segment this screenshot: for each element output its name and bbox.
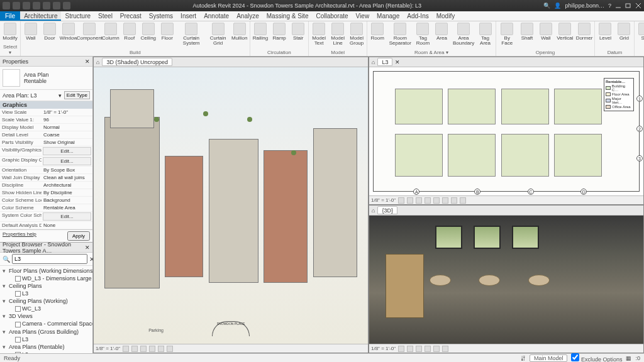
detail-level-icon[interactable] [398, 346, 404, 352]
ribbon-room-separator-button[interactable]: Room Separator [389, 23, 411, 46]
home-icon[interactable]: ⌂ [372, 207, 375, 214]
minimize-icon[interactable] [615, 3, 621, 9]
ribbon-wall-button[interactable]: Wall [538, 23, 553, 41]
search-icon[interactable]: 🔍 [3, 256, 10, 263]
tree-leaf[interactable]: L3 [1, 290, 91, 297]
ribbon-room-button[interactable]: Room [370, 23, 385, 41]
property-row[interactable]: Scale Value 1:96 [0, 116, 92, 124]
ribbon-wall-button[interactable]: Wall [23, 23, 38, 41]
ribbon-tab-precast[interactable]: Precast [116, 11, 145, 21]
ribbon-column-button[interactable]: Column [103, 23, 118, 41]
ribbon-tab-modify[interactable]: Modify [433, 11, 458, 21]
ribbon-door-button[interactable]: Door [42, 23, 57, 41]
property-row[interactable]: System Color Sch...Edit... [0, 212, 92, 222]
property-value[interactable]: 1/8" = 1'-0" [42, 109, 92, 116]
ribbon-model-text-button[interactable]: Model Text [311, 23, 326, 46]
property-row[interactable]: Graphic Display O...Edit... [0, 156, 92, 167]
scale-label[interactable]: 1/8" = 1'-0" [371, 197, 396, 203]
ribbon-tab-structure[interactable]: Structure [61, 11, 94, 21]
ribbon-window-button[interactable]: Window [61, 23, 76, 41]
ribbon-ceiling-button[interactable]: Ceiling [141, 23, 156, 41]
apply-button[interactable]: Apply [67, 231, 90, 241]
browser-tree[interactable]: ▾Floor Plans (Working Dimensions)WD_L3 -… [0, 266, 92, 353]
edit-type-button[interactable]: Edit Type [64, 91, 90, 99]
lock-icon[interactable] [451, 197, 457, 204]
properties-help-link[interactable]: Properties help [3, 231, 36, 241]
crop-icon[interactable] [167, 346, 173, 352]
redo-icon[interactable] [43, 2, 50, 9]
view-tab-3d[interactable]: {3D} [377, 206, 397, 214]
ribbon-set-button[interactable]: Set [637, 23, 644, 41]
ribbon-area-boundary-button[interactable]: Area Boundary [453, 23, 474, 46]
property-value[interactable]: Rentable Area [42, 204, 92, 211]
ribbon-tab-annotate[interactable]: Annotate [200, 11, 233, 21]
property-value[interactable]: By Scope Box [42, 167, 92, 173]
viewport-3d-interior[interactable]: ⌂ {3D} 1/8" = 1'-0" [369, 205, 644, 353]
shadow-icon[interactable] [149, 346, 155, 352]
property-value[interactable]: Coarse [42, 131, 92, 138]
property-row[interactable]: Parts VisibilityShow Original [0, 139, 92, 146]
ribbon-tab-systems[interactable]: Systems [145, 11, 177, 21]
undo-icon[interactable] [33, 2, 40, 9]
view-tab-l3[interactable]: L3 [377, 58, 392, 66]
ribbon-grid-button[interactable]: Grid [616, 23, 631, 41]
floor-plan-canvas[interactable]: Rentable… Building C…Floor AreaMajor Ver… [369, 67, 643, 195]
user-icon[interactable]: 👤 [554, 3, 561, 9]
visual-style-icon[interactable] [407, 197, 413, 204]
sun-icon[interactable] [416, 346, 422, 352]
file-tab[interactable]: File [0, 11, 20, 21]
tree-leaf[interactable]: L3 [1, 336, 91, 343]
ribbon-tab-collaborate[interactable]: Collaborate [312, 11, 352, 21]
ribbon-shaft-button[interactable]: Shaft [519, 23, 535, 41]
scale-label[interactable]: 1/8" = 1'-0" [96, 346, 120, 351]
property-row[interactable]: Default Analysis Di...None [0, 222, 92, 229]
revit-logo-icon[interactable] [3, 2, 10, 9]
browser-search-input[interactable] [12, 254, 87, 264]
tree-branch[interactable]: ▾Floor Plans (Working Dimensions) [1, 267, 91, 275]
tree-branch[interactable]: ▾Area Plans (Rentable) [1, 343, 91, 351]
main-model-selector[interactable]: Main Model [530, 354, 568, 362]
view-tab-3d-shaded[interactable]: 3D (Shaded) Uncropped [102, 58, 172, 66]
ribbon-modify-button[interactable]: Modify [3, 23, 18, 41]
tab-close-icon[interactable]: ✕ [395, 59, 400, 65]
property-row[interactable]: View Scale1/8" = 1'-0" [0, 109, 92, 116]
tree-leaf[interactable]: Camera - Commercial Space [1, 320, 91, 327]
ribbon-ramp-button[interactable]: Ramp [272, 23, 287, 41]
shadow-icon[interactable] [425, 346, 431, 352]
tree-leaf[interactable]: L3 [1, 351, 91, 353]
property-value[interactable]: By Discipline [42, 189, 92, 196]
render-canvas[interactable] [369, 216, 643, 344]
home-icon[interactable]: ⌂ [96, 59, 99, 65]
temp-hide-icon[interactable] [442, 346, 448, 352]
ribbon-tag-room-button[interactable]: Tag Room [415, 23, 430, 46]
tree-leaf[interactable]: WC_L3 [1, 305, 91, 312]
temp-hide-icon[interactable] [460, 197, 466, 204]
ribbon-component-button[interactable]: Component [80, 23, 99, 41]
ribbon-dormer-button[interactable]: Dormer [577, 23, 592, 41]
save-icon[interactable] [23, 2, 30, 9]
visual-style-icon[interactable] [407, 346, 413, 352]
measure-icon[interactable] [63, 2, 70, 9]
open-icon[interactable] [13, 2, 20, 9]
selection-icon[interactable]: ⭿ [520, 355, 526, 361]
property-row[interactable]: DisciplineArchitectural [0, 182, 92, 189]
property-row[interactable]: Show Hidden LinesBy Discipline [0, 189, 92, 197]
ribbon-curtain-grid-button[interactable]: Curtain Grid [208, 23, 228, 46]
ribbon-tab-steel[interactable]: Steel [94, 11, 116, 21]
ribbon-tab-add-ins[interactable]: Add-Ins [403, 11, 432, 21]
ribbon-area-button[interactable]: Area [434, 23, 449, 41]
property-value[interactable]: Architectural [42, 182, 92, 189]
plan-selector[interactable]: Area Plan: L3 [3, 92, 56, 99]
help-icon[interactable]: ? [608, 3, 611, 9]
detail-level-icon[interactable] [123, 346, 129, 352]
sun-icon[interactable] [416, 197, 422, 204]
close-icon[interactable] [635, 3, 641, 9]
crop-icon[interactable] [433, 346, 440, 352]
scale-label[interactable]: 1/8" = 1'-0" [371, 346, 396, 351]
detail-level-icon[interactable] [398, 197, 404, 204]
print-icon[interactable] [53, 2, 60, 9]
ribbon-tab-analyze[interactable]: Analyze [233, 11, 263, 21]
crop-icon[interactable] [433, 197, 440, 204]
home-icon[interactable]: ⌂ [372, 59, 375, 65]
tree-branch[interactable]: ▾Ceiling Plans (Working) [1, 297, 91, 305]
